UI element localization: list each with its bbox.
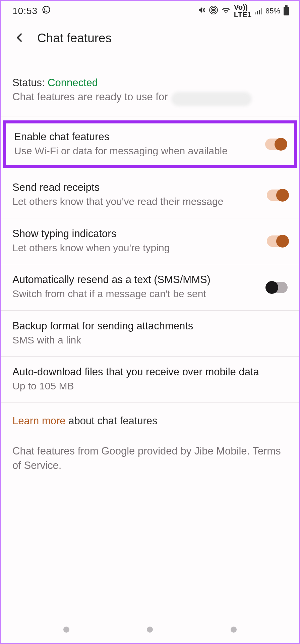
learn-more-link[interactable]: Learn more (12, 415, 66, 427)
toggle-auto-resend[interactable] (267, 282, 288, 293)
info-section: Learn more about chat features Chat feat… (1, 403, 299, 480)
nav-recents[interactable] (63, 627, 69, 633)
nav-home[interactable] (147, 627, 153, 633)
hotspot-icon (209, 6, 218, 16)
mute-icon (198, 6, 206, 16)
toggle-typing-indicators[interactable] (267, 235, 288, 247)
setting-backup-format[interactable]: Backup format for sending attachments SM… (1, 311, 299, 357)
setting-title: Show typing indicators (12, 228, 260, 240)
status-label: Status: (12, 77, 48, 89)
setting-desc: Let others know when you're typing (12, 241, 260, 255)
status-value: Connected (48, 77, 98, 89)
setting-desc: Switch from chat if a message can't be s… (12, 287, 260, 301)
setting-desc: Use Wi-Fi or data for messaging when ava… (14, 144, 258, 158)
setting-auto-resend[interactable]: Automatically resend as a text (SMS/MMS)… (1, 264, 299, 311)
setting-typing-indicators[interactable]: Show typing indicators Let others know w… (1, 218, 299, 265)
redacted-phone (171, 92, 252, 106)
status-bar: 10:53 Vo))LTE1 85% (1, 1, 299, 21)
navigation-bar (1, 620, 299, 643)
setting-desc: Let others know that you've read their m… (12, 195, 260, 209)
learn-more-text: about chat features (66, 415, 158, 427)
setting-title: Auto-download files that you receive ove… (12, 366, 281, 378)
toggle-enable-chat-features[interactable] (265, 139, 286, 150)
setting-read-receipts[interactable]: Send read receipts Let others know that … (1, 172, 299, 218)
status-description: Chat features are ready to use for (12, 91, 168, 103)
highlight-annotation: Enable chat features Use Wi-Fi or data f… (3, 120, 297, 168)
volte-indicator: Vo))LTE1 (234, 4, 251, 18)
status-time: 10:53 (12, 6, 38, 16)
setting-title: Send read receipts (12, 181, 260, 194)
setting-title: Enable chat features (14, 131, 258, 143)
wifi-icon (221, 6, 231, 16)
setting-auto-download[interactable]: Auto-download files that you receive ove… (1, 357, 299, 403)
battery-icon (284, 7, 289, 15)
setting-desc: Up to 105 MB (12, 379, 281, 393)
setting-enable-chat-features[interactable]: Enable chat features Use Wi-Fi or data f… (6, 123, 294, 165)
page-title: Chat features (37, 31, 112, 45)
provider-text: Chat features from Google provided by Ji… (12, 444, 288, 473)
svg-point-3 (213, 9, 215, 11)
signal-icon (255, 8, 262, 14)
setting-title: Backup format for sending attachments (12, 320, 281, 332)
header: Chat features (1, 21, 299, 57)
setting-title: Automatically resend as a text (SMS/MMS) (12, 274, 260, 286)
toggle-read-receipts[interactable] (267, 190, 288, 201)
connection-status-section: Status: Connected Chat features are read… (1, 57, 299, 116)
nav-back[interactable] (231, 627, 237, 633)
battery-percent: 85% (265, 7, 280, 15)
back-icon[interactable] (14, 32, 25, 44)
setting-desc: SMS with a link (12, 333, 281, 347)
whatsapp-icon (42, 5, 51, 17)
